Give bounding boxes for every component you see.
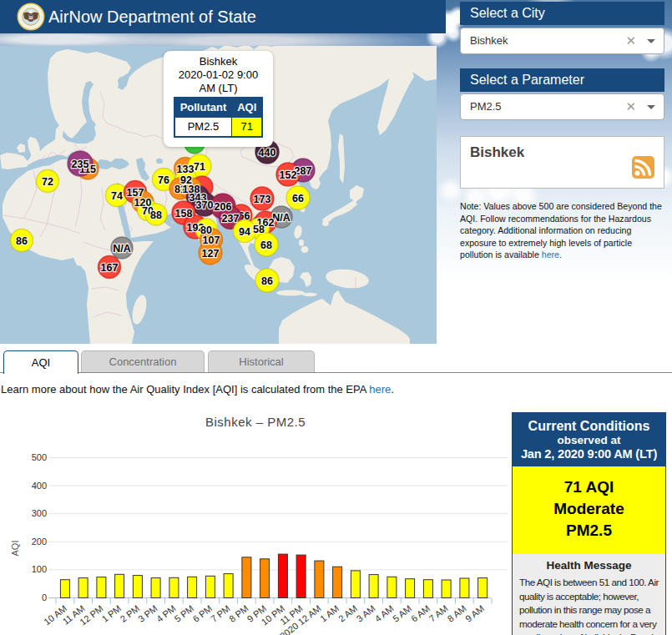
svg-text:58: 58 <box>253 224 265 235</box>
svg-text:71: 71 <box>194 161 205 173</box>
svg-text:1 PM: 1 PM <box>100 603 124 624</box>
svg-text:100: 100 <box>32 564 47 574</box>
svg-text:400: 400 <box>32 481 47 491</box>
svg-text:88: 88 <box>150 209 162 221</box>
svg-text:206: 206 <box>215 201 232 213</box>
svg-text:200: 200 <box>32 537 47 547</box>
svg-text:86: 86 <box>261 275 273 287</box>
svg-text:68: 68 <box>260 239 272 251</box>
svg-text:7 AM: 7 AM <box>427 603 450 624</box>
svg-text:440: 440 <box>259 147 276 159</box>
svg-text:500: 500 <box>32 452 47 462</box>
svg-text:N/A: N/A <box>113 243 131 255</box>
svg-text:5 PM: 5 PM <box>173 603 196 624</box>
svg-text:0: 0 <box>42 592 47 602</box>
svg-text:3 AM: 3 AM <box>355 603 377 624</box>
svg-text:127: 127 <box>202 248 220 260</box>
svg-text:2 PM: 2 PM <box>119 603 142 624</box>
svg-text:3 PM: 3 PM <box>136 603 159 624</box>
svg-text:94: 94 <box>239 226 250 238</box>
svg-text:AQI: AQI <box>10 541 20 557</box>
svg-text:158: 158 <box>175 208 193 219</box>
svg-text:66: 66 <box>292 193 304 204</box>
svg-text:2 AM: 2 AM <box>336 603 359 624</box>
svg-text:237: 237 <box>222 213 240 224</box>
svg-text:8 AM: 8 AM <box>445 603 467 624</box>
svg-text:152: 152 <box>280 169 297 181</box>
svg-text:287: 287 <box>295 165 312 177</box>
svg-text:76: 76 <box>158 174 169 186</box>
svg-text:74: 74 <box>111 190 123 202</box>
svg-text:167: 167 <box>101 262 119 274</box>
svg-text:133: 133 <box>177 164 195 175</box>
svg-text:72: 72 <box>42 176 53 188</box>
svg-text:6 AM: 6 AM <box>409 603 432 624</box>
svg-text:107: 107 <box>203 234 220 246</box>
svg-text:6 PM: 6 PM <box>191 603 215 624</box>
svg-text:370: 370 <box>196 199 214 211</box>
svg-text:300: 300 <box>32 508 47 518</box>
svg-text:4 PM: 4 PM <box>154 603 178 624</box>
svg-text:86: 86 <box>16 235 28 247</box>
svg-text:4 AM: 4 AM <box>372 603 395 624</box>
svg-text:7 PM: 7 PM <box>209 603 232 624</box>
svg-text:235: 235 <box>72 159 89 170</box>
svg-text:9 AM: 9 AM <box>463 603 486 624</box>
svg-text:173: 173 <box>254 194 271 205</box>
svg-text:5 AM: 5 AM <box>391 603 413 624</box>
svg-text:1 AM: 1 AM <box>318 603 341 624</box>
svg-text:N/A: N/A <box>272 212 291 224</box>
svg-text:8 PM: 8 PM <box>227 603 250 624</box>
